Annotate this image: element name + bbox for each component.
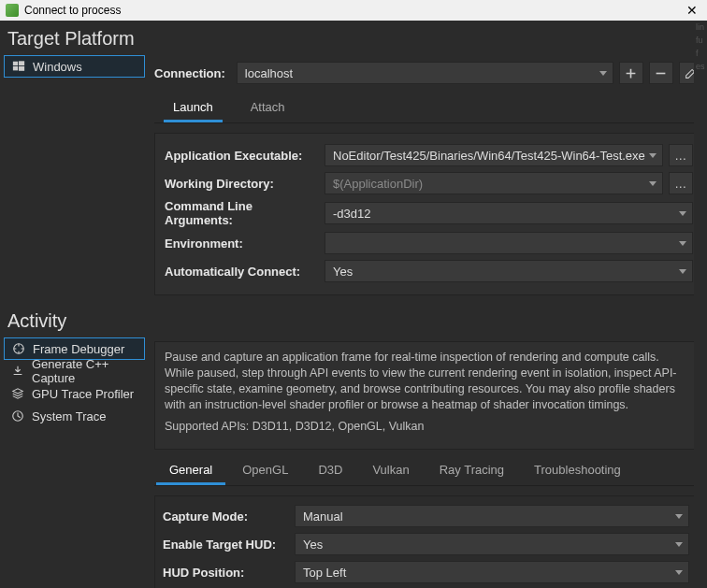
app-icon <box>6 4 19 17</box>
enable-hud-value: Yes <box>303 538 323 552</box>
capture-mode-value: Manual <box>303 509 343 523</box>
sidebar-item-gpu-trace-profiler[interactable]: GPU Trace Profiler <box>4 382 145 405</box>
enable-hud-combo[interactable]: Yes <box>295 533 689 555</box>
subtab-opengl[interactable]: OpenGL <box>229 457 301 485</box>
svg-rect-1 <box>19 61 24 65</box>
workdir-browse-button[interactable]: … <box>669 172 693 194</box>
sidebar-item-label: Windows <box>33 60 82 74</box>
app-exe-label: Application Executable: <box>165 147 319 165</box>
sidebar-item-label: GPU Trace Profiler <box>32 387 134 401</box>
hud-pos-label: HUD Position: <box>163 564 289 581</box>
subtab-vulkan[interactable]: Vulkan <box>359 457 422 485</box>
autoconnect-combo[interactable]: Yes <box>325 260 693 282</box>
args-value: -d3d12 <box>333 207 370 221</box>
ellipsis-icon: … <box>674 177 686 191</box>
clock-icon <box>11 409 24 423</box>
svg-rect-2 <box>13 66 18 70</box>
autoconnect-label: Automatically Connect: <box>165 263 319 280</box>
sidebar-item-windows[interactable]: Windows <box>4 55 145 78</box>
connection-combo[interactable]: localhost <box>237 62 613 84</box>
sidebar-item-system-trace[interactable]: System Trace <box>4 405 145 427</box>
close-icon[interactable]: ✕ <box>681 3 703 18</box>
autoconnect-value: Yes <box>333 265 353 279</box>
activity-main: Pause and capture an application frame f… <box>145 337 707 588</box>
workdir-value: $(ApplicationDir) <box>333 177 423 191</box>
app-exe-browse-button[interactable]: … <box>669 144 693 166</box>
activity-sidebar: Frame Debugger Generate C++ Capture GPU … <box>0 337 145 427</box>
target-main: Connection: localhost Launch Attach Appl… <box>145 55 707 303</box>
hud-pos-combo[interactable]: Top Left <box>295 561 689 583</box>
minus-icon <box>655 67 667 79</box>
capture-mode-combo[interactable]: Manual <box>295 505 689 527</box>
capture-settings-panel: Capture Mode: Manual Enable Target HUD: … <box>154 495 698 588</box>
workdir-label: Working Directory: <box>165 175 319 193</box>
capture-mode-label: Capture Mode: <box>163 508 289 525</box>
hud-pos-value: Top Left <box>303 566 346 580</box>
sidebar-item-label: Generate C++ Capture <box>32 357 137 385</box>
tab-attach[interactable]: Attach <box>241 94 295 122</box>
platform-sidebar: Windows <box>0 55 145 78</box>
subtab-d3d[interactable]: D3D <box>305 457 355 485</box>
svg-rect-3 <box>19 66 24 71</box>
app-exe-combo[interactable]: NoEditor/Test425/Binaries/Win64/Test425-… <box>325 144 663 166</box>
sidebar-item-label: Frame Debugger <box>33 342 124 356</box>
windows-icon <box>12 60 25 73</box>
subtab-general[interactable]: General <box>156 457 225 485</box>
frame-icon <box>12 342 25 355</box>
enable-hud-label: Enable Target HUD: <box>163 536 289 553</box>
titlebar: Connect to process ✕ <box>0 0 707 21</box>
activity-supported-apis: Supported APIs: D3D11, D3D12, OpenGL, Vu… <box>165 419 687 440</box>
workdir-combo[interactable]: $(ApplicationDir) <box>325 172 663 194</box>
sidebar-item-generate-cpp-capture[interactable]: Generate C++ Capture <box>4 360 145 382</box>
plus-icon <box>625 67 637 79</box>
capture-tabs: General OpenGL D3D Vulkan Ray Tracing Tr… <box>154 457 698 486</box>
svg-rect-4 <box>656 72 666 74</box>
args-combo[interactable]: -d3d12 <box>325 202 693 224</box>
ellipsis-icon: … <box>674 149 686 163</box>
subtab-troubleshooting[interactable]: Troubleshooting <box>521 457 634 485</box>
launch-panel: Application Executable: NoEditor/Test425… <box>154 133 703 295</box>
args-label: Command Line Arguments: <box>165 197 319 229</box>
download-icon <box>11 365 24 378</box>
layers-icon <box>11 387 24 400</box>
svg-rect-0 <box>13 62 18 65</box>
activity-desc-panel: Pause and capture an application frame f… <box>154 341 698 450</box>
add-connection-button[interactable] <box>619 62 643 84</box>
activity-description: Pause and capture an application frame f… <box>165 350 687 419</box>
sidebar-item-label: System Trace <box>32 409 106 423</box>
background-strip: linfufes <box>694 21 707 588</box>
connection-value: localhost <box>245 66 293 80</box>
env-label: Environment: <box>165 235 319 252</box>
subtab-raytracing[interactable]: Ray Tracing <box>426 457 517 485</box>
section-target-platform: Target Platform <box>0 21 707 55</box>
section-activity: Activity <box>0 303 707 337</box>
remove-connection-button[interactable] <box>649 62 673 84</box>
env-combo[interactable] <box>325 232 693 254</box>
launch-tabs: Launch Attach <box>154 94 703 123</box>
tab-launch[interactable]: Launch <box>164 94 223 122</box>
app-exe-value: NoEditor/Test425/Binaries/Win64/Test425-… <box>333 149 645 163</box>
window-title: Connect to process <box>24 4 121 17</box>
connection-label: Connection: <box>154 66 225 80</box>
